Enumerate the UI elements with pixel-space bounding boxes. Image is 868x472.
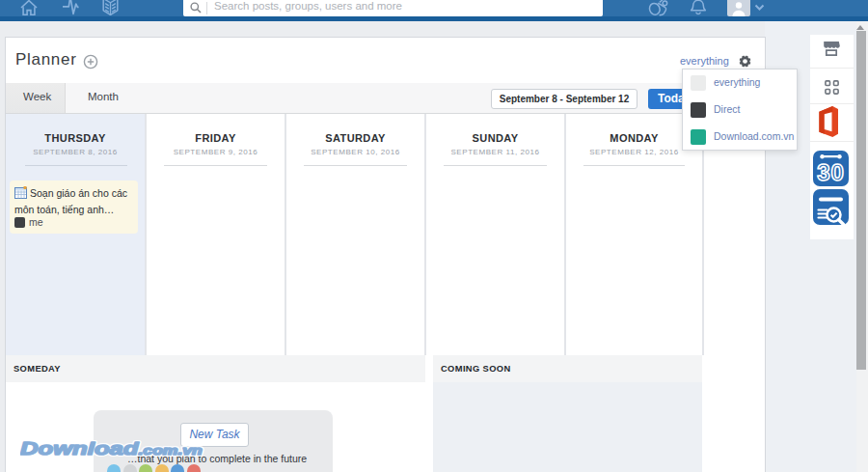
svg-text:Download.com.vn: Download.com.vn <box>20 438 203 458</box>
svg-text:30: 30 <box>817 159 845 185</box>
